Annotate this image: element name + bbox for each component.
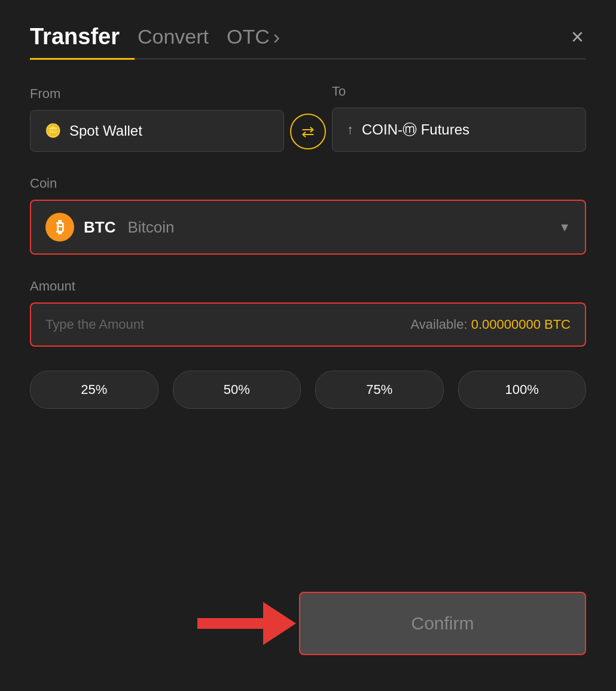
bottom-area: Confirm <box>30 592 586 655</box>
percentage-row: 25% 50% 75% 100% <box>30 371 586 409</box>
chevron-down-icon: ▼ <box>559 221 571 234</box>
tab-transfer[interactable]: Transfer <box>30 24 120 58</box>
wallet-card-icon: 🪙 <box>45 123 61 139</box>
amount-placeholder: Type the Amount <box>45 317 144 332</box>
coin-selector[interactable]: ₿ BTC Bitcoin ▼ <box>30 200 586 255</box>
tab-underline-active <box>30 58 135 60</box>
to-label: To <box>332 84 586 99</box>
to-wallet-selector[interactable]: ↑ COIN-ⓜ Futures <box>332 108 586 152</box>
coin-symbol: BTC <box>84 218 115 237</box>
from-wallet-selector[interactable]: 🪙 Spot Wallet <box>30 110 284 152</box>
available-value: 0.00000000 BTC <box>471 317 571 332</box>
from-to-row: From 🪙 Spot Wallet ⇄ To ↑ COIN-ⓜ Futures <box>30 84 586 152</box>
to-wallet-name: COIN-ⓜ Futures <box>362 120 469 139</box>
swap-icon: ⇄ <box>301 123 315 141</box>
pct-75-button[interactable]: 75% <box>315 371 444 409</box>
transfer-modal: Transfer Convert OTC › × From 🪙 Spot Wal… <box>0 0 616 691</box>
swap-button-wrap: ⇄ <box>284 114 332 152</box>
arrow-head <box>263 602 296 645</box>
pct-25-button[interactable]: 25% <box>30 371 158 409</box>
close-button[interactable]: × <box>569 24 586 50</box>
coin-section: Coin ₿ BTC Bitcoin ▼ <box>30 176 586 255</box>
confirm-button[interactable]: Confirm <box>299 592 586 655</box>
arrow-stem <box>197 618 263 629</box>
from-label: From <box>30 86 284 102</box>
from-wallet-name: Spot Wallet <box>69 123 142 139</box>
from-section: From 🪙 Spot Wallet <box>30 86 284 152</box>
tab-otc[interactable]: OTC › <box>227 25 280 57</box>
amount-section: Amount Type the Amount Available: 0.0000… <box>30 279 586 347</box>
tab-row: Transfer Convert OTC › × <box>30 24 586 58</box>
arrow-indicator <box>167 600 299 647</box>
available-text: Available: 0.00000000 BTC <box>411 317 571 332</box>
coin-label: Coin <box>30 176 57 191</box>
amount-label: Amount <box>30 279 75 293</box>
amount-input-box[interactable]: Type the Amount Available: 0.00000000 BT… <box>30 302 586 347</box>
tab-convert[interactable]: Convert <box>138 25 209 57</box>
pct-50-button[interactable]: 50% <box>173 371 301 409</box>
to-section: To ↑ COIN-ⓜ Futures <box>332 84 586 152</box>
swap-button[interactable]: ⇄ <box>290 114 326 149</box>
btc-icon: ₿ <box>45 213 74 241</box>
coin-full-name: Bitcoin <box>127 218 174 237</box>
tab-underline <box>30 58 586 60</box>
futures-icon: ↑ <box>347 122 353 137</box>
pct-100-button[interactable]: 100% <box>458 371 587 409</box>
